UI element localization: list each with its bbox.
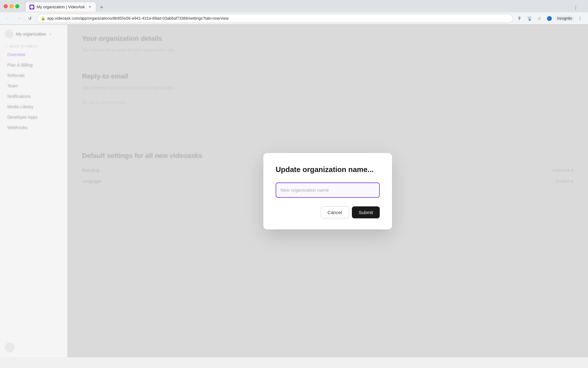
incognito-label: Incognito: [557, 16, 572, 21]
tab-favicon: [29, 5, 34, 10]
browser-titlebar: My organization | VideoAsk ✕ + ⋮: [0, 0, 588, 12]
tab-title: My organization | VideoAsk: [37, 5, 85, 9]
app-layout: My organization ∨ ← back to inbox Overvi…: [0, 25, 588, 357]
url-text: app.videoask.com/app/organizations/8b955…: [47, 16, 228, 21]
address-bar[interactable]: 🔒 app.videoask.com/app/organizations/8b9…: [37, 14, 513, 23]
modal-title: Update organization name...: [276, 165, 380, 174]
toolbar-actions: 🎙 📡 ☆ 🔵 Incognito ⋮: [515, 14, 584, 23]
sidebar-back-label: ← back to inbox: [0, 42, 67, 49]
main-content: Your organization details You haven't se…: [67, 25, 588, 357]
active-tab[interactable]: My organization | VideoAsk ✕: [25, 2, 96, 12]
cast-icon[interactable]: 📡: [525, 14, 534, 23]
forward-button[interactable]: →: [15, 14, 23, 23]
org-chevron-icon: ∨: [49, 33, 51, 36]
sidebar: My organization ∨ ← back to inbox Overvi…: [0, 25, 67, 357]
back-button[interactable]: ←: [4, 14, 12, 23]
incognito-badge[interactable]: Incognito: [555, 16, 575, 21]
sidebar-item-referrals[interactable]: Referrals: [2, 71, 65, 80]
sidebar-item-media-library[interactable]: Media Library: [2, 102, 65, 112]
sidebar-item-overview[interactable]: Overview: [2, 50, 65, 59]
sidebar-header: My organization ∨: [0, 30, 67, 42]
window-menu-button[interactable]: ⋮: [571, 3, 581, 12]
sidebar-item-developer-apps[interactable]: Developer Apps: [2, 112, 65, 122]
browser-menu-button[interactable]: ⋮: [576, 14, 584, 23]
minimize-window-button[interactable]: [9, 4, 13, 8]
sidebar-item-webhooks[interactable]: Webhooks: [2, 123, 65, 132]
modal-actions: Cancel Submit: [276, 206, 380, 218]
modal-overlay: Update organization name... Cancel Submi…: [67, 25, 588, 357]
lock-icon: 🔒: [41, 16, 45, 21]
submit-button[interactable]: Submit: [352, 206, 380, 218]
browser-chrome: My organization | VideoAsk ✕ + ⋮ ← → ↺ 🔒…: [0, 0, 588, 25]
browser-tabs: My organization | VideoAsk ✕ + ⋮: [22, 1, 584, 12]
user-avatar[interactable]: [5, 343, 15, 352]
bookmark-icon[interactable]: ☆: [535, 14, 544, 23]
cancel-button[interactable]: Cancel: [321, 206, 349, 218]
microphone-icon[interactable]: 🎙: [515, 14, 524, 23]
org-name: My organization: [16, 32, 46, 36]
org-avatar: [5, 30, 13, 38]
sidebar-item-team[interactable]: Team: [2, 81, 65, 91]
profile-icon[interactable]: 🔵: [545, 14, 553, 23]
update-org-name-modal: Update organization name... Cancel Submi…: [263, 153, 392, 229]
traffic-lights: [4, 4, 19, 8]
browser-toolbar: ← → ↺ 🔒 app.videoask.com/app/organizatio…: [0, 12, 588, 25]
refresh-button[interactable]: ↺: [26, 14, 34, 23]
sidebar-item-notifications[interactable]: Notifications: [2, 91, 65, 101]
sidebar-item-plan-billing[interactable]: Plan & Billing: [2, 60, 65, 70]
close-window-button[interactable]: [4, 4, 8, 8]
tab-close-button[interactable]: ✕: [87, 5, 92, 10]
new-tab-button[interactable]: +: [97, 3, 106, 12]
new-org-name-input[interactable]: [276, 182, 380, 198]
maximize-window-button[interactable]: [15, 4, 19, 8]
